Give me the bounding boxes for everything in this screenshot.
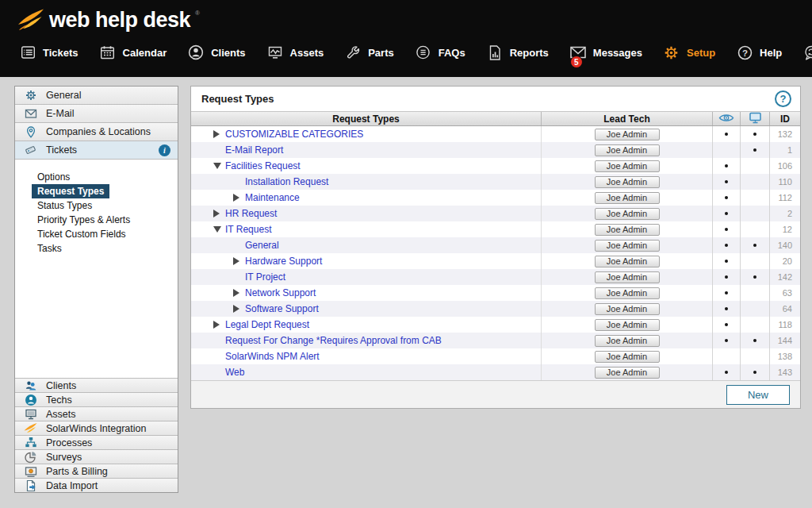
expand-icon[interactable] <box>213 321 225 329</box>
visible-indicator-cell <box>712 253 740 269</box>
lead-tech-button[interactable]: Joe Admin <box>595 256 660 267</box>
visible-dot <box>725 244 728 247</box>
new-button[interactable]: New <box>726 385 790 405</box>
triangle-right-icon <box>233 194 239 202</box>
lead-tech-cell: Joe Admin <box>541 221 712 237</box>
request-types-panel: Request Types ? Request Types Lead Tech <box>190 86 801 409</box>
nav-item-assets[interactable]: Assets <box>266 44 324 61</box>
lead-tech-button[interactable]: Joe Admin <box>595 208 660 220</box>
submenu-item-ticket-custom-fields[interactable]: Ticket Custom Fields <box>15 228 178 242</box>
sidebar-item-solarwinds-integration[interactable]: SolarWinds Integration <box>15 421 178 435</box>
submenu-item-tasks[interactable]: Tasks <box>15 242 178 256</box>
collapse-icon[interactable] <box>213 163 225 169</box>
sidebar-item-data-import[interactable]: Data Import <box>15 478 178 492</box>
sidebar-item-techs[interactable]: Techs <box>15 392 178 406</box>
request-type-link[interactable]: Facilities Request <box>225 160 301 171</box>
nav-item-parts[interactable]: Parts <box>344 44 394 61</box>
lead-tech-button[interactable]: Joe Admin <box>595 287 660 299</box>
sidebar-item-general[interactable]: General <box>15 87 178 105</box>
nav-item-help[interactable]: ?Help <box>736 44 782 61</box>
expand-icon[interactable] <box>213 130 225 138</box>
sidebar-item-tickets[interactable]: Ticketsi <box>15 141 178 160</box>
lead-tech-cell: Joe Admin <box>541 174 712 190</box>
nav-item-label: Help <box>760 47 782 59</box>
web-indicator-cell <box>740 237 769 253</box>
visible-indicator-cell <box>712 333 740 348</box>
nav-item-faqs[interactable]: FAQs <box>415 44 465 61</box>
request-type-link[interactable]: General <box>245 240 279 251</box>
request-type-link[interactable]: CUSTOMIZABLE CATEGORIES <box>225 129 363 140</box>
id-cell: 143 <box>769 364 800 380</box>
expand-icon[interactable] <box>233 305 245 313</box>
visible-dot <box>725 260 728 263</box>
visible-dot <box>725 133 728 136</box>
monitor-icon <box>24 407 37 421</box>
expand-icon[interactable] <box>213 210 225 217</box>
request-type-link[interactable]: IT Project <box>245 271 285 283</box>
nav-item-setup[interactable]: Setup <box>663 44 715 61</box>
request-type-link[interactable]: Network Support <box>245 287 316 298</box>
submenu-item-status-types[interactable]: Status Types <box>15 199 178 214</box>
table-row: WebJoe Admin143 <box>191 364 800 380</box>
web-dot <box>753 371 756 374</box>
request-type-link[interactable]: E-Mail Report <box>225 144 283 156</box>
nav-item-label: Messages <box>593 47 642 59</box>
lead-tech-button[interactable]: Joe Admin <box>595 192 660 204</box>
request-type-cell: Legal Dept Request <box>191 317 541 333</box>
submenu-item-priority-types-alerts[interactable]: Priority Types & Alerts <box>15 214 178 228</box>
sidebar-item-parts-billing[interactable]: Parts & Billing <box>15 464 178 478</box>
lead-tech-button[interactable]: Joe Admin <box>595 271 660 283</box>
sidebar-item-processes[interactable]: Processes <box>15 435 178 449</box>
expand-icon[interactable] <box>233 257 245 265</box>
column-header-web[interactable] <box>740 112 769 125</box>
request-type-link[interactable]: Maintenance <box>245 192 300 203</box>
visible-indicator-cell <box>712 348 740 364</box>
column-header-request-types[interactable]: Request Types <box>191 112 541 125</box>
tickets-icon <box>19 44 36 61</box>
column-header-visibility[interactable] <box>712 112 740 125</box>
request-type-link[interactable]: SolarWinds NPM Alert <box>225 351 320 362</box>
lead-tech-button[interactable]: Joe Admin <box>595 367 660 379</box>
column-header-id[interactable]: ID <box>769 112 800 125</box>
sidebar-item-assets[interactable]: Assets <box>15 406 178 421</box>
expand-icon[interactable] <box>233 194 245 202</box>
nav-item-messages[interactable]: 5Messages <box>569 44 642 61</box>
sidebar-item-companies-locations[interactable]: Companies & Locations <box>15 123 178 141</box>
nav-item-thwack[interactable]: Thwack <box>802 44 812 61</box>
setup-sidebar: GeneralE-MailCompanies & LocationsTicket… <box>14 86 178 493</box>
request-type-link[interactable]: Legal Dept Request <box>225 319 309 330</box>
lead-tech-button[interactable]: Joe Admin <box>595 144 660 156</box>
lead-tech-button[interactable]: Joe Admin <box>595 160 660 172</box>
lead-tech-button[interactable]: Joe Admin <box>595 319 660 331</box>
lead-tech-button[interactable]: Joe Admin <box>595 129 660 140</box>
sidebar-item-label: SolarWinds Integration <box>46 423 146 434</box>
sidebar-item-clients[interactable]: Clients <box>15 378 178 392</box>
nav-item-tickets[interactable]: Tickets <box>19 44 79 61</box>
nav-item-reports[interactable]: Reports <box>486 44 549 61</box>
lead-tech-button[interactable]: Joe Admin <box>595 351 660 363</box>
lead-tech-button[interactable]: Joe Admin <box>595 303 660 315</box>
request-type-link[interactable]: Hardware Support <box>245 256 322 267</box>
submenu-item-request-types[interactable]: Request Types <box>15 185 178 199</box>
info-icon[interactable]: i <box>159 144 170 156</box>
lead-tech-button[interactable]: Joe Admin <box>595 335 660 347</box>
column-header-lead-tech[interactable]: Lead Tech <box>541 112 712 125</box>
panel-help-icon[interactable]: ? <box>775 90 791 107</box>
sidebar-item-e-mail[interactable]: E-Mail <box>15 105 178 123</box>
request-type-link[interactable]: Installation Request <box>245 176 328 187</box>
lead-tech-button[interactable]: Joe Admin <box>595 240 660 252</box>
nav-item-clients[interactable]: Clients <box>187 44 245 61</box>
request-type-link[interactable]: Request For Change *Requires Approval fr… <box>225 335 442 346</box>
expand-icon[interactable] <box>233 289 245 297</box>
lead-tech-button[interactable]: Joe Admin <box>595 224 660 236</box>
reports-icon <box>486 44 504 61</box>
request-type-link[interactable]: Web <box>225 367 244 378</box>
sidebar-item-surveys[interactable]: Surveys <box>15 449 178 464</box>
lead-tech-button[interactable]: Joe Admin <box>595 176 660 188</box>
submenu-item-options[interactable]: Options <box>15 171 178 185</box>
collapse-icon[interactable] <box>213 226 225 233</box>
request-type-link[interactable]: IT Request <box>225 224 271 235</box>
nav-item-calendar[interactable]: Calendar <box>99 44 167 61</box>
request-type-link[interactable]: HR Request <box>225 208 277 219</box>
request-type-link[interactable]: Software Support <box>245 303 319 314</box>
